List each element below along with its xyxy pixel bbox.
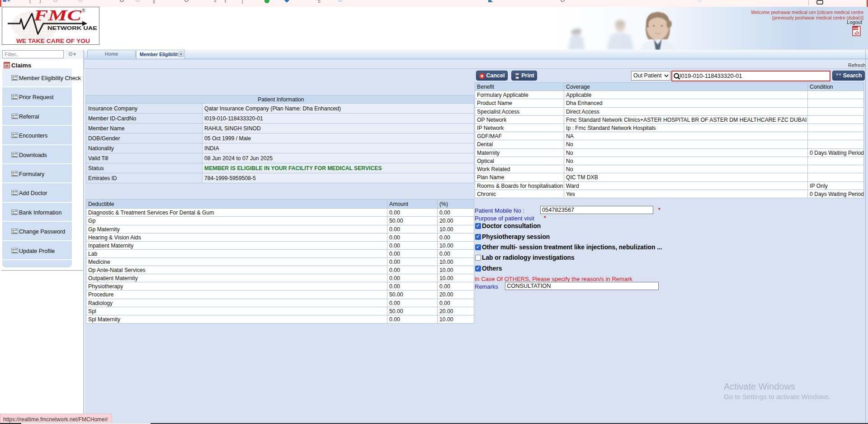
svg-text:®: ® [82, 8, 85, 13]
svg-text:FMC: FMC [33, 7, 82, 24]
svg-text:WE TAKE CARE OF YOU: WE TAKE CARE OF YOU [16, 38, 90, 44]
svg-text:NETWORK UAE: NETWORK UAE [47, 25, 97, 31]
svg-text:PDF: PDF [853, 27, 859, 30]
